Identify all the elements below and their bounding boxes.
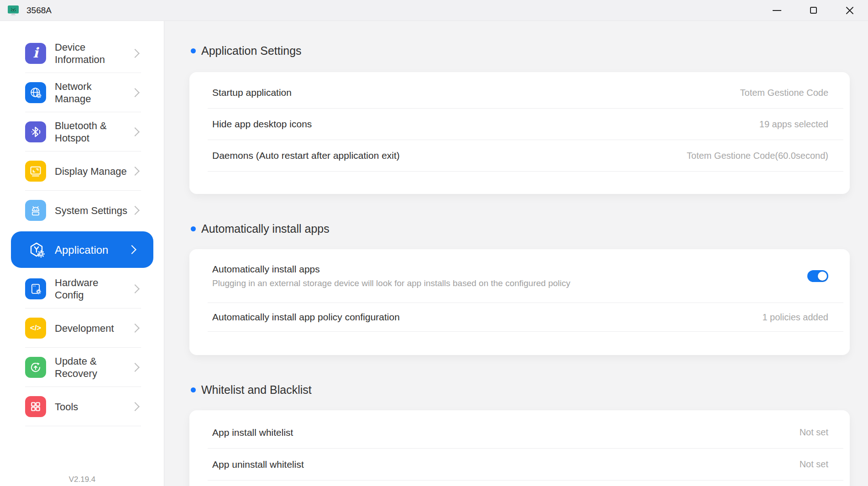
close-button[interactable] (831, 0, 868, 21)
row-label: Automatically install app policy configu… (212, 312, 400, 323)
sidebar-item-tools[interactable]: Tools (0, 387, 164, 426)
close-icon (846, 6, 854, 15)
bullet-icon (191, 48, 196, 53)
maximize-icon (810, 7, 817, 14)
hide-app-desktop-icons-row[interactable]: Hide app desktop icons 19 apps selected (208, 109, 843, 140)
bullet-icon (191, 387, 196, 392)
tools-icon (25, 396, 46, 417)
app-uninstall-whitelist-row[interactable]: App uninstall whitelist Not set (208, 449, 843, 481)
sidebar-item-update-recovery[interactable]: Update & Recovery (0, 348, 164, 387)
sidebar-item-label: Bluetooth & Hotspot (55, 120, 128, 144)
row-value: Not set (800, 427, 828, 438)
sidebar-menu: i Device Information (0, 21, 164, 426)
chevron-right-icon (131, 284, 140, 293)
row-value: Not set (800, 459, 828, 470)
sidebar-item-bluetooth-hotspot[interactable]: Bluetooth & Hotspot (0, 112, 164, 152)
sidebar-item-hardware-config[interactable]: Hardware Config (0, 269, 164, 308)
sidebar-item-system-settings[interactable]: System Settings (0, 191, 164, 230)
version-label: V2.19.4 (0, 475, 164, 484)
display-icon (25, 161, 46, 182)
application-settings-card: Startup application Totem Gestione Code … (189, 72, 850, 194)
startup-application-row[interactable]: Startup application Totem Gestione Code (208, 77, 843, 109)
system-settings-icon (25, 200, 46, 221)
window-title: 3568A (26, 5, 52, 16)
main-content: Application Settings Startup application… (164, 21, 868, 486)
minimize-icon (773, 10, 781, 11)
section-header-auto-install: Automatically install apps (191, 222, 868, 235)
section-header-whitelist-blacklist: Whitelist and Blacklist (191, 383, 868, 397)
network-manage-icon (25, 82, 46, 103)
chevron-right-icon (131, 167, 140, 176)
app-window: 3568A i Device Information (0, 0, 868, 486)
android-monitor-icon (6, 4, 20, 17)
hardware-config-icon (25, 278, 46, 299)
row-value: Totem Gestione Code(60.0second) (687, 151, 828, 161)
toggle-knob (818, 272, 827, 281)
sidebar-item-application[interactable]: Application (11, 231, 153, 268)
row-value: 1 policies added (762, 312, 828, 323)
minimize-button[interactable] (758, 0, 795, 21)
row-label: Automatically install apps (212, 264, 570, 275)
section-title: Whitelist and Blacklist (201, 383, 312, 397)
section-title: Automatically install apps (201, 222, 329, 235)
row-value: Totem Gestione Code (740, 88, 828, 98)
chevron-right-icon (131, 324, 140, 333)
development-icon: </> (25, 318, 46, 339)
row-value: 19 apps selected (759, 119, 828, 130)
sidebar-item-label: Development (55, 322, 128, 334)
sidebar-item-label: Network Manage (55, 80, 128, 105)
row-label: App uninstall whitelist (212, 459, 304, 470)
chevron-right-icon (131, 49, 140, 58)
chevron-right-icon (131, 88, 140, 97)
row-sublabel: Plugging in an external storage device w… (212, 278, 570, 288)
row-text-block: Automatically install apps Plugging in a… (212, 264, 570, 288)
sidebar-item-device-information[interactable]: i Device Information (0, 34, 164, 73)
row-label: Startup application (212, 87, 292, 98)
section-title: Application Settings (201, 44, 302, 57)
sidebar-item-label: Hardware Config (55, 277, 128, 301)
daemons-row[interactable]: Daemons (Auto restart after application … (208, 140, 843, 172)
chevron-right-icon (131, 127, 140, 136)
sidebar-item-label: Update & Recovery (55, 355, 128, 380)
row-label: App install whitelist (212, 427, 293, 438)
sidebar-item-label: Application (55, 244, 123, 256)
chevron-right-icon (127, 245, 136, 254)
sidebar-item-label: Display Manage (55, 165, 128, 178)
device-info-icon: i (25, 43, 46, 64)
window-controls (758, 0, 868, 21)
application-icon (28, 241, 45, 258)
sidebar-item-development[interactable]: </> Development (0, 308, 164, 348)
auto-install-policy-row[interactable]: Automatically install app policy configu… (208, 303, 843, 332)
whitelist-blacklist-card: App install whitelist Not set App uninst… (189, 410, 850, 486)
maximize-button[interactable] (795, 0, 831, 21)
auto-install-toggle-row[interactable]: Automatically install apps Plugging in a… (208, 249, 843, 303)
chevron-right-icon (131, 363, 140, 372)
sidebar-item-network-manage[interactable]: Network Manage (0, 73, 164, 112)
update-recovery-icon (25, 357, 46, 378)
row-label: Daemons (Auto restart after application … (212, 150, 400, 161)
chevron-right-icon (131, 402, 140, 411)
chevron-right-icon (131, 206, 140, 215)
title-bar: 3568A (0, 0, 868, 21)
sidebar-item-label: System Settings (55, 204, 128, 217)
app-install-whitelist-row[interactable]: App install whitelist Not set (208, 417, 843, 449)
sidebar-item-display-manage[interactable]: Display Manage (0, 152, 164, 191)
sidebar: i Device Information (0, 21, 164, 486)
auto-install-card: Automatically install apps Plugging in a… (189, 249, 850, 355)
section-header-application-settings: Application Settings (191, 44, 868, 57)
bullet-icon (191, 226, 196, 231)
sidebar-item-label: Device Information (55, 41, 128, 66)
bluetooth-icon (25, 121, 46, 142)
sidebar-item-label: Tools (55, 401, 128, 413)
row-label: Hide app desktop icons (212, 119, 312, 130)
auto-install-toggle[interactable] (807, 270, 828, 282)
